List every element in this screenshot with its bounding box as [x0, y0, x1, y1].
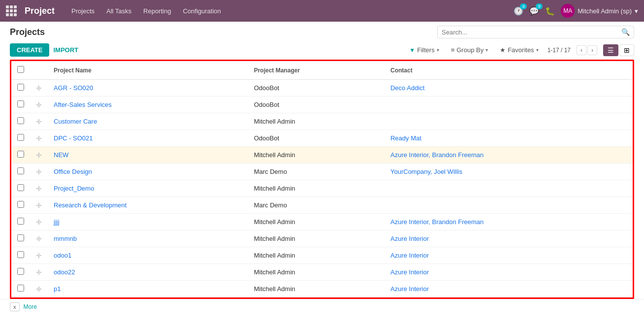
- menu-configuration[interactable]: Configuration: [178, 5, 225, 17]
- project-name-link[interactable]: odoo22: [54, 268, 75, 276]
- contact-link[interactable]: Azure Interior, Brandon Freeman: [390, 218, 483, 226]
- create-button[interactable]: CREATE: [10, 43, 49, 57]
- table-row: ✛ odoo22 Mitchell Admin Azure Interior: [11, 264, 633, 281]
- project-name-link[interactable]: jjjj: [54, 218, 60, 226]
- row-checkbox-cell: [11, 281, 30, 297]
- list-view-button[interactable]: ☰: [603, 44, 618, 56]
- contact-link[interactable]: YourCompany, Joel Willis: [390, 168, 462, 175]
- table-body: ✛ AGR - SO020 OdooBot Deco Addict ✛ Afte…: [11, 80, 633, 297]
- chat-icon-badge[interactable]: 💬 9: [529, 6, 539, 16]
- contact-link[interactable]: Azure Interior: [390, 268, 429, 276]
- favorites-button[interactable]: ★ Favorites ▾: [497, 44, 541, 56]
- search-icon[interactable]: 🔍: [621, 28, 630, 36]
- select-all-checkbox[interactable]: [17, 66, 24, 73]
- row-checkbox[interactable]: [17, 285, 24, 292]
- row-checkbox[interactable]: [17, 268, 24, 275]
- drag-handle[interactable]: ✛: [30, 247, 48, 264]
- project-name-link[interactable]: Research & Development: [54, 201, 127, 209]
- row-checkbox-cell: [11, 197, 30, 214]
- drag-handle[interactable]: ✛: [30, 164, 48, 180]
- menu-all-tasks[interactable]: All Tasks: [101, 5, 136, 17]
- table-row: ✛ Office Design Marc Demo YourCompany, J…: [11, 164, 633, 180]
- project-name-link[interactable]: Office Design: [54, 168, 92, 175]
- app-grid-icon[interactable]: [6, 5, 17, 16]
- search-input[interactable]: [442, 29, 621, 36]
- contact-cell: Azure Interior, Brandon Freeman: [385, 147, 633, 164]
- contact-link[interactable]: Azure Interior: [390, 252, 429, 259]
- project-manager-cell: OdooBot: [248, 130, 385, 147]
- next-page-button[interactable]: ›: [587, 45, 597, 55]
- contact-link[interactable]: Azure Interior: [390, 285, 429, 293]
- project-name-link[interactable]: Project_Demo: [54, 185, 94, 192]
- contact-link[interactable]: Azure Interior: [390, 235, 429, 242]
- prev-page-button[interactable]: ‹: [577, 45, 586, 55]
- project-name-cell: p1: [48, 281, 248, 297]
- drag-handle[interactable]: ✛: [30, 264, 48, 281]
- project-name-cell: odoo1: [48, 247, 248, 264]
- group-by-button[interactable]: ≡ Group By ▾: [448, 44, 491, 56]
- bug-icon-wrapper[interactable]: 🐛: [545, 6, 555, 16]
- drag-handle[interactable]: ✛: [30, 147, 48, 164]
- drag-handle[interactable]: ✛: [30, 130, 48, 147]
- more-link[interactable]: More: [24, 303, 37, 310]
- project-name-link[interactable]: p1: [54, 285, 61, 293]
- row-checkbox[interactable]: [17, 100, 24, 107]
- drag-handle[interactable]: ✛: [30, 113, 48, 130]
- project-name-cell: After-Sales Services: [48, 97, 248, 113]
- contact-cell: [385, 197, 633, 214]
- row-checkbox-cell: [11, 113, 30, 130]
- contact-cell: Azure Interior, Brandon Freeman: [385, 214, 633, 230]
- row-checkbox-cell: [11, 97, 30, 113]
- row-checkbox[interactable]: [17, 201, 24, 208]
- grid-view-button[interactable]: ⊞: [619, 44, 634, 56]
- contact-link[interactable]: Deco Addict: [390, 84, 424, 92]
- filter-icon: ▼: [409, 47, 415, 54]
- project-name-link[interactable]: NEW: [54, 151, 68, 159]
- contact-link[interactable]: Azure Interior, Brandon Freeman: [390, 151, 483, 159]
- favorites-caret: ▾: [536, 47, 539, 53]
- import-button[interactable]: IMPORT: [53, 46, 78, 54]
- project-name-header: Project Name: [48, 61, 248, 80]
- project-manager-cell: Mitchell Admin: [248, 247, 385, 264]
- activity-icon-badge[interactable]: 🕐 4: [514, 6, 523, 16]
- project-name-link[interactable]: AGR - SO020: [54, 84, 93, 92]
- project-name-link[interactable]: DPC - SO021: [54, 134, 93, 142]
- project-manager-cell: Mitchell Admin: [248, 113, 385, 130]
- menu-projects[interactable]: Projects: [66, 5, 99, 17]
- row-checkbox[interactable]: [17, 184, 24, 191]
- project-manager-cell: Mitchell Admin: [248, 264, 385, 281]
- row-checkbox[interactable]: [17, 234, 24, 241]
- project-name-cell: odoo22: [48, 264, 248, 281]
- project-name-link[interactable]: After-Sales Services: [54, 101, 112, 108]
- row-checkbox[interactable]: [17, 151, 24, 158]
- drag-handle[interactable]: ✛: [30, 197, 48, 214]
- contact-link[interactable]: Ready Mat: [390, 134, 421, 142]
- pagination-nav: ‹ ›: [577, 45, 597, 55]
- row-checkbox-cell: [11, 130, 30, 147]
- drag-handle[interactable]: ✛: [30, 230, 48, 247]
- drag-handle[interactable]: ✛: [30, 281, 48, 297]
- drag-handle[interactable]: ✛: [30, 97, 48, 113]
- row-checkbox[interactable]: [17, 251, 24, 258]
- table-header: Project Name Project Manager Contact: [11, 61, 633, 80]
- project-manager-cell: Marc Demo: [248, 197, 385, 214]
- row-checkbox[interactable]: [17, 117, 24, 124]
- project-name-link[interactable]: odoo1: [54, 252, 71, 259]
- project-name-cell: jjjj: [48, 214, 248, 230]
- select-all-cell: [11, 61, 30, 80]
- project-name-link[interactable]: Customer Care: [54, 118, 97, 125]
- drag-handle[interactable]: ✛: [30, 214, 48, 230]
- user-dropdown-icon: ▾: [635, 7, 638, 15]
- user-menu[interactable]: MA Mitchell Admin (sp) ▾: [561, 4, 638, 18]
- project-name-link[interactable]: mmmnb: [54, 235, 77, 242]
- filters-button[interactable]: ▼ Filters ▾: [406, 44, 442, 56]
- drag-handle[interactable]: ✛: [30, 80, 48, 97]
- drag-handle[interactable]: ✛: [30, 180, 48, 197]
- row-checkbox[interactable]: [17, 134, 24, 141]
- x-filter-tag[interactable]: x: [10, 302, 20, 311]
- row-checkbox[interactable]: [17, 167, 24, 174]
- menu-reporting[interactable]: Reporting: [138, 5, 176, 17]
- top-menu: Projects All Tasks Reporting Configurati…: [66, 5, 506, 17]
- row-checkbox[interactable]: [17, 218, 24, 225]
- row-checkbox[interactable]: [17, 84, 24, 91]
